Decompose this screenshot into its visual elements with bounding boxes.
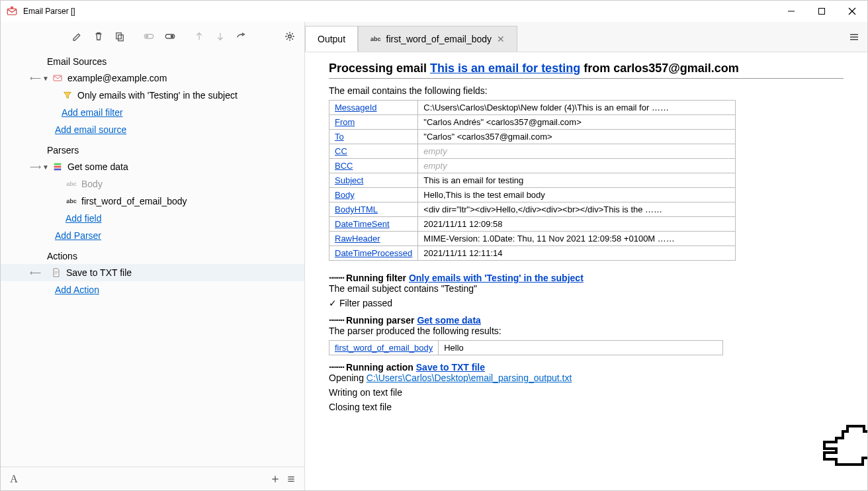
table-row: MessageIdC:\Users\Carlos\Desktop\New fol… [329,101,736,115]
field-key-link[interactable]: Body [335,190,355,200]
tree-item-firstword-field[interactable]: abc first_word_of_email_body [1,193,304,210]
output-file-link[interactable]: C:\Users\Carlos\Desktop\email_parsing_ou… [367,373,572,383]
table-row: BCCempty [329,159,736,173]
field-value: empty [418,144,736,159]
tree-item-label: Body [81,179,103,189]
caret-down-icon: ▼ [42,75,49,82]
close-icon[interactable]: ✕ [497,34,505,44]
titlebar: Email Parser [] [1,1,867,22]
tree-item-label: Only emails with 'Testing' in the subjec… [77,90,238,101]
tree-item-parser[interactable]: ⟶ ▼ Get some data [1,158,304,175]
filter-name-link[interactable]: Only emails with 'Testing' in the subjec… [409,273,584,283]
window-title: Email Parser [] [23,7,776,16]
parser-icon [52,161,64,173]
menu-button[interactable] [283,471,299,487]
section-header-actions: Actions [1,248,304,264]
result-key-link[interactable]: first_word_of_email_body [335,343,433,353]
field-key-link[interactable]: MessageId [335,103,377,112]
output-heading: Processing email This is an email for te… [329,62,844,75]
tree-item-body-field[interactable]: abc Body [1,175,304,193]
svg-rect-3 [819,9,825,15]
field-value: Hello,This is the test email body [418,188,736,202]
add-parser-link[interactable]: Add Parser [1,227,304,244]
svg-rect-6 [116,33,122,39]
edit-button[interactable] [68,27,87,46]
table-row: CCempty [329,144,736,159]
toggle-on-button[interactable] [161,27,179,46]
table-row: RawHeaderMIME-Version: 1.0Date: Thu, 11 … [329,232,736,246]
tab-first-word[interactable]: abc first_word_of_email_body ✕ [358,26,517,52]
field-key-link[interactable]: CC [335,146,347,156]
settings-button[interactable] [281,27,299,46]
text-file-icon [50,267,62,279]
svg-rect-15 [54,166,62,168]
table-row: DateTimeSent2021/11/11 12:09:58 [329,217,736,232]
svg-point-11 [171,35,174,38]
mail-icon [52,72,64,84]
add-email-source-link[interactable]: Add email source [1,121,304,138]
add-button[interactable] [267,471,283,487]
field-key-link[interactable]: DateTimeProcessed [335,248,412,258]
field-value: empty [418,159,736,173]
delete-button[interactable] [89,27,108,46]
font-button[interactable]: A [6,471,22,487]
field-value: 2021/11/11 12:09:58 [418,217,736,232]
table-row: SubjectThis is an email for testing [329,173,736,188]
move-down-button[interactable] [211,27,230,46]
sidebar-toolbar [1,22,304,51]
table-row: DateTimeProcessed2021/11/11 12:11:14 [329,246,736,261]
tabs-menu-button[interactable] [841,22,867,52]
field-key-link[interactable]: DateTimeSent [335,219,390,229]
add-field-link[interactable]: Add field [1,210,304,227]
redirect-button[interactable] [232,27,251,46]
add-action-link[interactable]: Add Action [1,281,304,298]
filter-run-title: ········ Running filter Only emails with… [329,273,844,283]
section-header-parsers: Parsers [1,142,304,158]
tab-output[interactable]: Output [305,26,358,52]
tree-item-account[interactable]: ⟵ ▼ example@example.com [1,69,304,87]
toggle-off-button[interactable] [140,27,158,46]
svg-rect-14 [54,163,62,165]
result-value: Hello [439,341,723,355]
parser-run-title: ········ Running parser Get some data [329,315,844,326]
fields-table: MessageIdC:\Users\Carlos\Desktop\New fol… [329,100,736,261]
table-row: BodyHello,This is the test email body [329,188,736,202]
copy-button[interactable] [110,27,129,46]
sidebar-bottom-bar: A [1,467,304,490]
tree-item-label: first_word_of_email_body [81,196,187,206]
output-panel[interactable]: Processing email This is an email for te… [305,52,867,490]
field-key-link[interactable]: From [335,117,355,127]
svg-point-9 [146,35,149,38]
pointer-hand-overlay [821,423,867,482]
tree-item-filter[interactable]: Only emails with 'Testing' in the subjec… [1,87,304,104]
field-key-link[interactable]: Subject [335,175,363,185]
svg-rect-7 [118,35,124,41]
parser-name-link[interactable]: Get some data [417,315,480,326]
minimize-button[interactable] [776,1,806,22]
field-value: "Carlos" <carlos357@gmail.com> [418,130,736,144]
add-email-filter-link[interactable]: Add email filter [1,104,304,121]
field-key-link[interactable]: BodyHTML [335,204,378,214]
action-name-link[interactable]: Save to TXT file [416,362,485,373]
close-button[interactable] [837,1,867,22]
svg-rect-13 [54,75,62,81]
email-subject-link[interactable]: This is an email for testing [430,62,580,75]
field-key-link[interactable]: BCC [335,161,353,171]
app-window: Email Parser [] [0,0,868,491]
field-value: This is an email for testing [418,173,736,188]
field-value: <div dir="ltr"><div>Hello,</div><div><br… [418,202,736,217]
field-key-link[interactable]: To [335,132,344,142]
filter-line-2: ✓ Filter passed [329,298,844,308]
action-line-3: Closing text file [329,402,844,412]
tree-panel: Email Sources ⟵ ▼ example@example.com On… [1,51,304,467]
field-key-link[interactable]: RawHeader [335,234,380,244]
maximize-button[interactable] [806,1,837,22]
tree-item-label: Save to TXT file [66,267,132,278]
tab-label: Output [318,34,345,44]
abc-icon: abc [65,195,77,207]
svg-rect-0 [7,9,17,15]
tree-item-action-save-txt[interactable]: ⟵ Save to TXT file [1,264,304,281]
svg-rect-16 [54,169,62,171]
tree-item-label: example@example.com [67,73,167,83]
move-up-button[interactable] [190,27,208,46]
